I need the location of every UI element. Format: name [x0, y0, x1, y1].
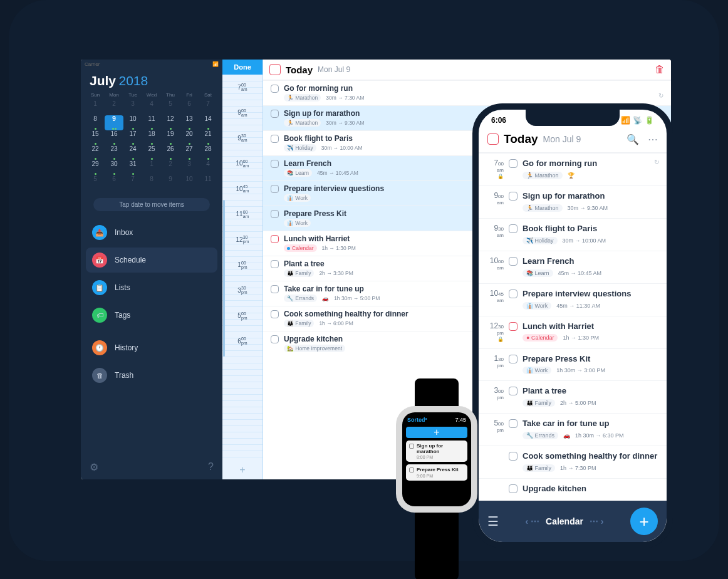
calendar-day[interactable]: 6 — [105, 175, 123, 190]
add-time-button[interactable]: + — [222, 461, 263, 479]
trash-icon[interactable]: 🗑 — [655, 64, 665, 75]
calendar-day[interactable]: 13 — [180, 115, 199, 130]
time-slot[interactable]: 930am — [222, 125, 263, 151]
calendar-day[interactable]: 9 — [161, 175, 180, 190]
more-icon[interactable]: ⋯ — [648, 133, 658, 145]
watch-task-card[interactable]: Prepare Press Kit9:00 PM — [406, 464, 467, 480]
calendar-day[interactable]: 4 — [199, 160, 217, 175]
task-checkbox[interactable] — [509, 355, 517, 363]
task-checkbox[interactable] — [271, 135, 279, 143]
calendar-day[interactable]: 7 — [123, 175, 142, 190]
help-icon[interactable]: ? — [208, 461, 214, 473]
calendar-day[interactable]: 22 — [86, 145, 105, 160]
time-slot[interactable]: 1100am — [222, 202, 263, 227]
calendar-day[interactable]: 28 — [199, 145, 217, 160]
sidebar-item-history[interactable]: 🕐History — [86, 335, 217, 360]
calendar-day[interactable]: 29 — [86, 160, 105, 175]
task-checkbox[interactable] — [409, 467, 414, 472]
calendar-day[interactable]: 18 — [142, 130, 161, 145]
task-checkbox[interactable] — [509, 387, 517, 395]
task-row[interactable]: Cook something healthy for dinner👪 Famil… — [479, 446, 667, 478]
time-slot[interactable]: 330pm — [222, 278, 263, 303]
calendar-day[interactable]: 2 — [105, 100, 123, 115]
task-row[interactable]: 1000amLearn French📚 Learn45m → 10:45 AM — [479, 251, 667, 283]
sidebar-item-schedule[interactable]: 📅Schedule — [86, 248, 217, 273]
task-checkbox[interactable] — [509, 257, 517, 266]
time-slot[interactable]: 500pm — [222, 303, 263, 329]
time-slot[interactable]: 600pm — [222, 328, 263, 354]
task-checkbox[interactable] — [509, 159, 517, 168]
calendar-day[interactable]: 8 — [86, 115, 105, 130]
time-slot[interactable]: 1000am — [222, 151, 263, 177]
task-row[interactable]: 700am🔒Go for morning run🏃 Marathon🏆↻ — [479, 153, 667, 185]
calendar-day[interactable]: 12 — [161, 115, 180, 130]
calendar-day[interactable]: 17 — [123, 130, 142, 145]
time-slot[interactable]: 700am — [222, 75, 263, 100]
time-slot[interactable]: 1045am — [222, 176, 263, 202]
calendar-day[interactable]: 16 — [105, 130, 123, 145]
settings-icon[interactable]: ⚙ — [90, 461, 98, 473]
watch-task-card[interactable]: Sign up for marathon8:00 PM — [406, 441, 467, 462]
calendar-day[interactable]: 30 — [105, 160, 123, 175]
time-slot[interactable]: 100pm — [222, 253, 263, 278]
calendar-day[interactable]: 9 — [105, 115, 123, 130]
gutter-body[interactable]: 700am900am930am1000am1045am1100am1230pm1… — [222, 75, 263, 461]
task-checkbox[interactable] — [271, 185, 279, 193]
task-checkbox[interactable] — [509, 452, 517, 461]
calendar-day[interactable]: 27 — [180, 145, 199, 160]
task-row[interactable]: 900amSign up for marathon🏃 Marathon30m →… — [479, 185, 667, 218]
sidebar-item-trash[interactable]: 🗑Trash — [86, 363, 217, 388]
sidebar-item-tags[interactable]: 🏷Tags — [86, 303, 217, 328]
fab-add-button[interactable]: + — [630, 508, 658, 535]
calendar-day[interactable]: 10 — [180, 175, 199, 190]
task-row[interactable]: Go for morning run🏃 Marathon30m → 7:30 A… — [263, 80, 671, 105]
calendar-day[interactable]: 3 — [123, 100, 142, 115]
calendar-day[interactable]: 10 — [123, 115, 142, 130]
calendar-nav[interactable]: ‹ ⋯ Calendar ⋯ › — [499, 516, 630, 526]
calendar-day[interactable]: 5 — [161, 100, 180, 115]
task-checkbox[interactable] — [509, 419, 517, 428]
watch-add-button[interactable]: + — [406, 427, 467, 438]
prev-icon[interactable]: ‹ ⋯ — [525, 516, 539, 526]
calendar-day[interactable]: 26 — [161, 145, 180, 160]
calendar-day[interactable]: 6 — [180, 100, 199, 115]
calendar-day[interactable]: 3 — [180, 160, 199, 175]
task-row[interactable]: 130pmPrepare Press Kit👔 Work1h 30m → 3:0… — [479, 348, 667, 381]
task-row[interactable]: 1045amPrepare interview questions👔 Work4… — [479, 283, 667, 316]
calendar-day[interactable]: 31 — [123, 160, 142, 175]
task-checkbox[interactable] — [271, 85, 279, 93]
task-checkbox[interactable] — [509, 224, 517, 233]
calendar-day[interactable]: 2 — [161, 160, 180, 175]
calendar-day[interactable]: 11 — [142, 115, 161, 130]
task-row[interactable]: Upgrade kitchen — [479, 478, 667, 503]
calendar-day[interactable]: 1 — [142, 160, 161, 175]
task-checkbox[interactable] — [271, 310, 279, 318]
calendar-day[interactable]: 21 — [199, 130, 217, 145]
calendar-day[interactable]: 20 — [180, 130, 199, 145]
calendar-day[interactable]: 5 — [86, 175, 105, 190]
time-slot[interactable]: 900am — [222, 100, 263, 126]
calendar-day[interactable]: 24 — [123, 145, 142, 160]
menu-icon[interactable]: ☰ — [487, 514, 499, 529]
task-row[interactable]: 1230pm🔒Lunch with Harriet● Calendar1h → … — [479, 316, 667, 348]
task-checkbox[interactable] — [509, 484, 517, 493]
calendar-day[interactable]: 25 — [142, 145, 161, 160]
iphone-task-list[interactable]: 700am🔒Go for morning run🏃 Marathon🏆↻900a… — [479, 153, 667, 504]
task-row[interactable]: 300pmPlant a tree👪 Family2h → 5:00 PM — [479, 380, 667, 413]
task-checkbox[interactable] — [271, 335, 279, 343]
task-checkbox[interactable] — [271, 260, 279, 268]
task-row[interactable]: 930amBook flight to Paris✈️ Holiday30m →… — [479, 218, 667, 251]
task-checkbox[interactable] — [509, 290, 517, 298]
task-checkbox[interactable] — [509, 192, 517, 201]
calendar-day[interactable]: 23 — [105, 145, 123, 160]
time-slot[interactable] — [222, 354, 263, 380]
done-button[interactable]: Done — [222, 60, 263, 75]
calendar-day[interactable]: 14 — [199, 115, 217, 130]
task-checkbox[interactable] — [271, 285, 279, 293]
time-slot[interactable]: 1230pm — [222, 227, 263, 253]
gutter-scrollbar[interactable] — [223, 200, 225, 357]
task-checkbox[interactable] — [271, 210, 279, 218]
calendar-day[interactable]: 11 — [199, 175, 217, 190]
calendar-day[interactable]: 8 — [142, 175, 161, 190]
task-checkbox[interactable] — [409, 444, 414, 449]
